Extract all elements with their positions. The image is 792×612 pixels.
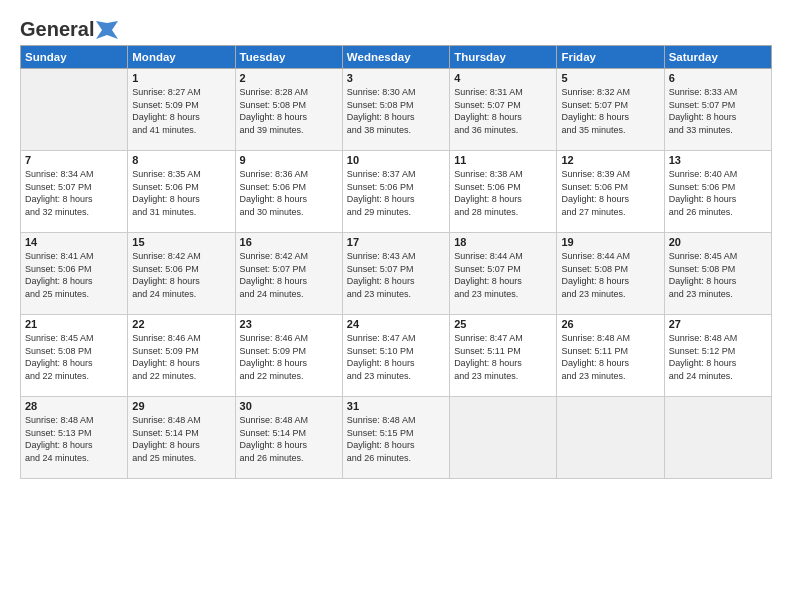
calendar-cell: [664, 397, 771, 479]
calendar-header-row: SundayMondayTuesdayWednesdayThursdayFrid…: [21, 46, 772, 69]
calendar-cell: 7Sunrise: 8:34 AM Sunset: 5:07 PM Daylig…: [21, 151, 128, 233]
svg-marker-0: [96, 21, 118, 39]
logo-general: General: [20, 18, 94, 41]
calendar-cell: 10Sunrise: 8:37 AM Sunset: 5:06 PM Dayli…: [342, 151, 449, 233]
calendar-cell: 25Sunrise: 8:47 AM Sunset: 5:11 PM Dayli…: [450, 315, 557, 397]
day-number: 7: [25, 154, 123, 166]
cell-info: Sunrise: 8:41 AM Sunset: 5:06 PM Dayligh…: [25, 250, 123, 300]
calendar-cell: 4Sunrise: 8:31 AM Sunset: 5:07 PM Daylig…: [450, 69, 557, 151]
day-number: 28: [25, 400, 123, 412]
day-number: 18: [454, 236, 552, 248]
logo-bird-icon: [96, 21, 118, 39]
cell-info: Sunrise: 8:44 AM Sunset: 5:08 PM Dayligh…: [561, 250, 659, 300]
day-number: 25: [454, 318, 552, 330]
day-number: 17: [347, 236, 445, 248]
cell-info: Sunrise: 8:47 AM Sunset: 5:10 PM Dayligh…: [347, 332, 445, 382]
day-header-monday: Monday: [128, 46, 235, 69]
cell-info: Sunrise: 8:42 AM Sunset: 5:06 PM Dayligh…: [132, 250, 230, 300]
calendar-cell: [557, 397, 664, 479]
calendar-cell: 20Sunrise: 8:45 AM Sunset: 5:08 PM Dayli…: [664, 233, 771, 315]
calendar-cell: 9Sunrise: 8:36 AM Sunset: 5:06 PM Daylig…: [235, 151, 342, 233]
day-number: 23: [240, 318, 338, 330]
calendar-cell: 15Sunrise: 8:42 AM Sunset: 5:06 PM Dayli…: [128, 233, 235, 315]
calendar-cell: 1Sunrise: 8:27 AM Sunset: 5:09 PM Daylig…: [128, 69, 235, 151]
cell-info: Sunrise: 8:48 AM Sunset: 5:12 PM Dayligh…: [669, 332, 767, 382]
day-number: 24: [347, 318, 445, 330]
calendar-table: SundayMondayTuesdayWednesdayThursdayFrid…: [20, 45, 772, 479]
day-number: 22: [132, 318, 230, 330]
day-number: 16: [240, 236, 338, 248]
day-number: 12: [561, 154, 659, 166]
cell-info: Sunrise: 8:44 AM Sunset: 5:07 PM Dayligh…: [454, 250, 552, 300]
cell-info: Sunrise: 8:48 AM Sunset: 5:14 PM Dayligh…: [240, 414, 338, 464]
calendar-cell: 26Sunrise: 8:48 AM Sunset: 5:11 PM Dayli…: [557, 315, 664, 397]
cell-info: Sunrise: 8:27 AM Sunset: 5:09 PM Dayligh…: [132, 86, 230, 136]
calendar-cell: 11Sunrise: 8:38 AM Sunset: 5:06 PM Dayli…: [450, 151, 557, 233]
calendar-cell: 23Sunrise: 8:46 AM Sunset: 5:09 PM Dayli…: [235, 315, 342, 397]
calendar-body: 1Sunrise: 8:27 AM Sunset: 5:09 PM Daylig…: [21, 69, 772, 479]
calendar-cell: 14Sunrise: 8:41 AM Sunset: 5:06 PM Dayli…: [21, 233, 128, 315]
cell-info: Sunrise: 8:42 AM Sunset: 5:07 PM Dayligh…: [240, 250, 338, 300]
cell-info: Sunrise: 8:45 AM Sunset: 5:08 PM Dayligh…: [669, 250, 767, 300]
cell-info: Sunrise: 8:32 AM Sunset: 5:07 PM Dayligh…: [561, 86, 659, 136]
cell-info: Sunrise: 8:36 AM Sunset: 5:06 PM Dayligh…: [240, 168, 338, 218]
calendar-cell: [450, 397, 557, 479]
day-number: 20: [669, 236, 767, 248]
calendar-cell: 27Sunrise: 8:48 AM Sunset: 5:12 PM Dayli…: [664, 315, 771, 397]
calendar-cell: 8Sunrise: 8:35 AM Sunset: 5:06 PM Daylig…: [128, 151, 235, 233]
day-header-tuesday: Tuesday: [235, 46, 342, 69]
day-number: 8: [132, 154, 230, 166]
calendar-cell: 29Sunrise: 8:48 AM Sunset: 5:14 PM Dayli…: [128, 397, 235, 479]
day-number: 31: [347, 400, 445, 412]
day-number: 15: [132, 236, 230, 248]
day-number: 10: [347, 154, 445, 166]
day-number: 29: [132, 400, 230, 412]
cell-info: Sunrise: 8:48 AM Sunset: 5:11 PM Dayligh…: [561, 332, 659, 382]
calendar-cell: 30Sunrise: 8:48 AM Sunset: 5:14 PM Dayli…: [235, 397, 342, 479]
cell-info: Sunrise: 8:35 AM Sunset: 5:06 PM Dayligh…: [132, 168, 230, 218]
cell-info: Sunrise: 8:47 AM Sunset: 5:11 PM Dayligh…: [454, 332, 552, 382]
day-header-wednesday: Wednesday: [342, 46, 449, 69]
day-number: 6: [669, 72, 767, 84]
cell-info: Sunrise: 8:34 AM Sunset: 5:07 PM Dayligh…: [25, 168, 123, 218]
calendar-week-row: 7Sunrise: 8:34 AM Sunset: 5:07 PM Daylig…: [21, 151, 772, 233]
calendar-cell: 2Sunrise: 8:28 AM Sunset: 5:08 PM Daylig…: [235, 69, 342, 151]
day-number: 3: [347, 72, 445, 84]
cell-info: Sunrise: 8:48 AM Sunset: 5:14 PM Dayligh…: [132, 414, 230, 464]
day-number: 5: [561, 72, 659, 84]
calendar-cell: 28Sunrise: 8:48 AM Sunset: 5:13 PM Dayli…: [21, 397, 128, 479]
day-number: 30: [240, 400, 338, 412]
day-number: 1: [132, 72, 230, 84]
day-number: 27: [669, 318, 767, 330]
day-header-sunday: Sunday: [21, 46, 128, 69]
day-number: 9: [240, 154, 338, 166]
calendar-cell: 6Sunrise: 8:33 AM Sunset: 5:07 PM Daylig…: [664, 69, 771, 151]
days-header-row: SundayMondayTuesdayWednesdayThursdayFrid…: [21, 46, 772, 69]
calendar-cell: 24Sunrise: 8:47 AM Sunset: 5:10 PM Dayli…: [342, 315, 449, 397]
calendar-cell: 31Sunrise: 8:48 AM Sunset: 5:15 PM Dayli…: [342, 397, 449, 479]
calendar-week-row: 14Sunrise: 8:41 AM Sunset: 5:06 PM Dayli…: [21, 233, 772, 315]
day-header-thursday: Thursday: [450, 46, 557, 69]
calendar-cell: [21, 69, 128, 151]
day-number: 21: [25, 318, 123, 330]
calendar-cell: 22Sunrise: 8:46 AM Sunset: 5:09 PM Dayli…: [128, 315, 235, 397]
cell-info: Sunrise: 8:38 AM Sunset: 5:06 PM Dayligh…: [454, 168, 552, 218]
cell-info: Sunrise: 8:40 AM Sunset: 5:06 PM Dayligh…: [669, 168, 767, 218]
cell-info: Sunrise: 8:45 AM Sunset: 5:08 PM Dayligh…: [25, 332, 123, 382]
day-number: 11: [454, 154, 552, 166]
cell-info: Sunrise: 8:31 AM Sunset: 5:07 PM Dayligh…: [454, 86, 552, 136]
day-number: 19: [561, 236, 659, 248]
calendar-week-row: 21Sunrise: 8:45 AM Sunset: 5:08 PM Dayli…: [21, 315, 772, 397]
cell-info: Sunrise: 8:43 AM Sunset: 5:07 PM Dayligh…: [347, 250, 445, 300]
day-number: 14: [25, 236, 123, 248]
day-header-saturday: Saturday: [664, 46, 771, 69]
day-header-friday: Friday: [557, 46, 664, 69]
cell-info: Sunrise: 8:30 AM Sunset: 5:08 PM Dayligh…: [347, 86, 445, 136]
cell-info: Sunrise: 8:28 AM Sunset: 5:08 PM Dayligh…: [240, 86, 338, 136]
calendar-week-row: 1Sunrise: 8:27 AM Sunset: 5:09 PM Daylig…: [21, 69, 772, 151]
calendar-cell: 12Sunrise: 8:39 AM Sunset: 5:06 PM Dayli…: [557, 151, 664, 233]
cell-info: Sunrise: 8:46 AM Sunset: 5:09 PM Dayligh…: [240, 332, 338, 382]
calendar-cell: 21Sunrise: 8:45 AM Sunset: 5:08 PM Dayli…: [21, 315, 128, 397]
day-number: 26: [561, 318, 659, 330]
cell-info: Sunrise: 8:48 AM Sunset: 5:15 PM Dayligh…: [347, 414, 445, 464]
